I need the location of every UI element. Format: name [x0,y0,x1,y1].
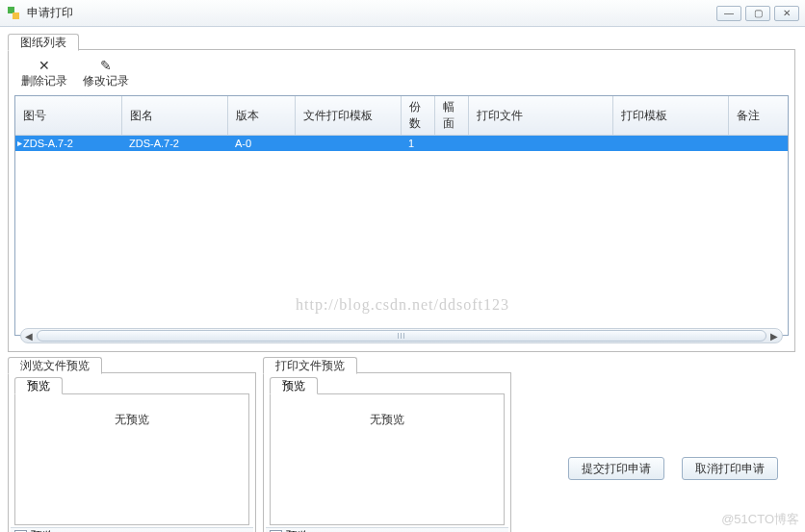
table-cell [434,136,468,151]
titlebar: 申请打印 — ▢ ✕ [0,0,805,27]
minimize-button[interactable]: — [716,6,741,21]
column-header[interactable]: 文件打印模板 [295,96,401,136]
svg-rect-1 [13,13,19,19]
table-cell [295,136,401,151]
app-icon [6,6,21,21]
table-cell [728,136,789,151]
edit-icon: ✎ [100,58,112,73]
browse-preview-check-label: 预览 [31,528,54,532]
browse-preview-text: 无预览 [115,412,149,428]
window-title: 申请打印 [27,5,716,21]
table-header-row: 图号图名版本文件打印模板份数幅面打印文件打印模板备注 [15,96,789,136]
print-preview-footer: 预览 [266,527,508,532]
scroll-right-icon[interactable]: ▶ [768,331,780,342]
browse-preview-footer: 预览 [11,527,253,532]
table-cell [468,136,612,151]
table-cell [612,136,728,151]
table-cell: 1 [401,136,434,151]
browse-preview-body: 无预览 [14,393,249,525]
print-preview-group: 打印文件预览 预览 无预览 预览 [263,372,511,532]
column-header[interactable]: 打印模板 [612,96,728,136]
submit-print-button[interactable]: 提交打印申请 [568,457,664,480]
close-button[interactable]: ✕ [774,6,799,21]
print-preview-tab[interactable]: 打印文件预览 [263,357,357,374]
edit-record-button[interactable]: ✎ 修改记录 [82,58,130,89]
column-header[interactable]: 图名 [121,96,227,136]
table-cell: ZDS-A.7-2 [121,136,227,151]
svg-rect-0 [8,7,14,13]
scroll-left-icon[interactable]: ◀ [23,331,35,342]
delete-record-button[interactable]: ✕ 删除记录 [20,58,68,89]
maximize-button[interactable]: ▢ [745,6,770,21]
print-preview-body: 无预览 [270,393,505,525]
delete-label: 删除记录 [21,73,67,89]
column-header[interactable]: 打印文件 [468,96,612,136]
table-row[interactable]: ▸ZDS-A.7-2ZDS-A.7-2A-01 [15,136,789,151]
horizontal-scrollbar[interactable]: ◀ ▶ [20,328,783,343]
browse-preview-inner-tab[interactable]: 预览 [14,377,63,394]
cancel-print-button[interactable]: 取消打印申请 [682,457,778,480]
scroll-thumb[interactable] [37,330,766,342]
column-header[interactable]: 备注 [728,96,789,136]
print-preview-inner-tab[interactable]: 预览 [270,377,318,394]
toolbar: ✕ 删除记录 ✎ 修改记录 [14,56,789,95]
row-marker-icon: ▸ [17,138,27,147]
print-preview-check-label: 预览 [286,528,309,532]
drawing-list-tab[interactable]: 图纸列表 [8,34,79,51]
drawing-list-group: 图纸列表 ✕ 删除记录 ✎ 修改记录 图号图名版本文件打印模板份数幅面打印文件打… [8,49,795,352]
column-header[interactable]: 版本 [227,96,295,136]
print-preview-text: 无预览 [370,412,404,428]
browse-preview-tab[interactable]: 浏览文件预览 [8,357,102,374]
drawing-table[interactable]: 图号图名版本文件打印模板份数幅面打印文件打印模板备注 ▸ZDS-A.7-2ZDS… [14,95,789,336]
table-cell: ▸ZDS-A.7-2 [15,136,121,151]
column-header[interactable]: 幅面 [434,96,468,136]
edit-label: 修改记录 [83,73,129,89]
table-cell: A-0 [227,136,295,151]
column-header[interactable]: 份数 [401,96,434,136]
delete-icon: ✕ [39,58,50,73]
column-header[interactable]: 图号 [15,96,121,136]
browse-preview-group: 浏览文件预览 预览 无预览 预览 [8,372,256,532]
